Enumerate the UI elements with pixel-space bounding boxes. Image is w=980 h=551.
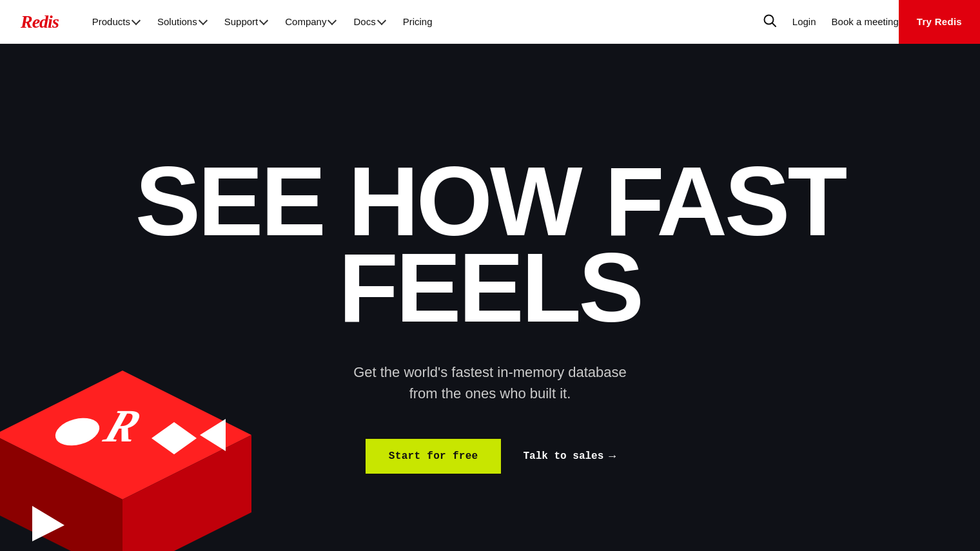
chevron-down-icon — [132, 16, 141, 25]
chevron-down-icon — [259, 16, 268, 25]
login-link[interactable]: Login — [792, 16, 816, 27]
start-free-button[interactable]: Start for free — [364, 438, 503, 475]
nav-item-products[interactable]: Products — [84, 11, 147, 32]
nav-links: Products Solutions Support Company Docs … — [84, 11, 763, 32]
hero-actions: Start for free Talk to sales → — [364, 438, 616, 475]
chevron-down-icon — [199, 16, 208, 25]
logo-text: Redis — [21, 12, 59, 32]
talk-to-sales-link[interactable]: Talk to sales → — [523, 450, 616, 463]
isometric-logo: R — [0, 358, 264, 551]
nav-item-solutions[interactable]: Solutions — [150, 11, 214, 32]
nav-item-pricing[interactable]: Pricing — [395, 11, 440, 32]
nav-item-company[interactable]: Company — [277, 11, 343, 32]
chevron-down-icon — [328, 16, 337, 25]
try-redis-button[interactable]: Try Redis — [899, 0, 980, 44]
nav-item-docs[interactable]: Docs — [346, 11, 392, 32]
navigation: Redis Products Solutions Support Company… — [0, 0, 980, 44]
svg-line-1 — [772, 23, 776, 26]
logo[interactable]: Redis — [21, 12, 59, 32]
hero-title: SEE HOW FAST FEELS — [103, 159, 877, 331]
nav-item-support[interactable]: Support — [217, 11, 275, 32]
book-meeting-link[interactable]: Book a meeting — [832, 16, 899, 27]
search-icon[interactable] — [763, 14, 777, 30]
hero-subtitle: Get the world's fastest in-memory databa… — [353, 362, 627, 404]
chevron-down-icon — [377, 16, 386, 25]
hero-section: SEE HOW FAST FEELS Get the world's faste… — [0, 0, 980, 551]
nav-right: Login Book a meeting — [763, 14, 899, 30]
arrow-icon: → — [609, 450, 616, 463]
